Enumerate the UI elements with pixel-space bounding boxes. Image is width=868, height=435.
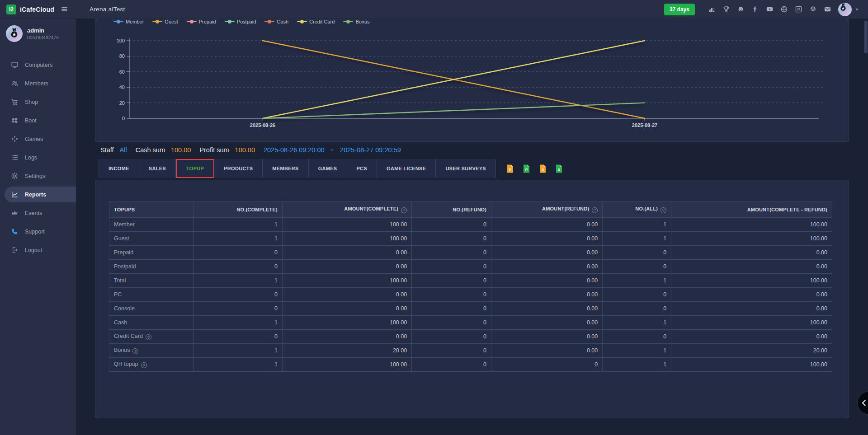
mail-icon[interactable]: [824, 5, 831, 13]
topup-line-chart: 0204060801002025-08-262025-08-27: [95, 19, 849, 141]
row-label: Credit Card?: [109, 330, 194, 344]
cart-icon: [11, 98, 19, 106]
column-header: NO.(REFUND): [412, 202, 491, 218]
row-value: 0.00: [282, 288, 411, 302]
legend-item-member[interactable]: Member: [113, 19, 144, 24]
sidebar-item-reports[interactable]: Reports: [0, 185, 76, 204]
table-row: Postpaid 00.0000.0000.00: [109, 260, 832, 274]
export-pdf-green-icon[interactable]: P: [523, 164, 530, 173]
row-label: PC: [109, 288, 194, 302]
trophy-icon[interactable]: [722, 5, 730, 13]
table-row: Cash 1100.0000.001100.00: [109, 316, 832, 330]
row-value: 1: [194, 232, 283, 246]
svg-text:0: 0: [122, 116, 125, 121]
tab-sales[interactable]: SALES: [139, 159, 176, 178]
row-value: 0: [412, 274, 491, 288]
imark-icon[interactable]: i2: [795, 5, 802, 13]
facebook-icon[interactable]: [751, 5, 759, 13]
layers-icon[interactable]: [809, 5, 817, 13]
user-avatar[interactable]: [838, 3, 852, 16]
row-value: 0.00: [491, 246, 603, 260]
legend-item-postpaid[interactable]: Postpaid: [225, 19, 256, 24]
export-pdf-orange-icon[interactable]: P: [507, 164, 514, 173]
row-label: Postpaid: [109, 260, 194, 274]
row-value: 0.00: [671, 302, 832, 316]
row-value: 0: [194, 302, 283, 316]
sidebar-item-settings[interactable]: Settings: [0, 167, 76, 185]
sidebar-item-events[interactable]: Events: [0, 204, 76, 222]
discord-icon[interactable]: [737, 5, 745, 13]
profit-sum-label: Profit sum: [199, 146, 229, 154]
tab-pcs[interactable]: PCS: [347, 159, 377, 178]
tab-user-surveys[interactable]: USER SURVEYS: [436, 159, 496, 178]
row-value: 0.00: [491, 344, 603, 358]
row-value: 0: [412, 218, 491, 232]
license-days-badge[interactable]: 37 days: [664, 4, 695, 15]
vertical-scrollbar[interactable]: [864, 21, 868, 53]
windows-icon: [11, 117, 19, 124]
ranking-icon[interactable]: [708, 5, 716, 13]
legend-label: Postpaid: [237, 19, 256, 24]
sidebar-item-label: Events: [25, 210, 42, 216]
row-value: 100.00: [282, 274, 411, 288]
user-id: 005193482475: [27, 35, 59, 40]
legend-item-cash[interactable]: Cash: [264, 19, 288, 24]
date-from[interactable]: 2025-08-26 09:20:00: [264, 146, 325, 154]
svg-text:2025-08-27: 2025-08-27: [632, 122, 657, 128]
export-xls-orange-icon[interactable]: X: [539, 164, 546, 173]
help-icon[interactable]: ?: [592, 207, 598, 213]
staff-label: Staff: [100, 146, 114, 154]
row-value: 0.00: [671, 260, 832, 274]
logout-icon: [11, 246, 19, 254]
sidebar-item-computers[interactable]: Computers: [0, 56, 76, 74]
row-value: 0: [194, 288, 283, 302]
export-xls-green-icon[interactable]: X: [556, 164, 562, 173]
help-icon[interactable]: ?: [141, 362, 147, 368]
hamburger-menu-icon[interactable]: [61, 5, 68, 13]
legend-item-guest[interactable]: Guest: [152, 19, 178, 24]
help-icon[interactable]: ?: [146, 334, 151, 340]
row-value: 0: [603, 288, 671, 302]
tab-games[interactable]: GAMES: [309, 159, 347, 178]
tab-income[interactable]: INCOME: [99, 159, 139, 178]
sidebar-item-label: Support: [25, 229, 45, 235]
sidebar-item-label: Members: [25, 80, 48, 87]
youtube-icon[interactable]: [766, 5, 774, 13]
tab-game-license[interactable]: GAME LICENSE: [377, 159, 436, 178]
sidebar-item-games[interactable]: Games: [0, 130, 76, 148]
sidebar-item-logout[interactable]: Logout: [0, 241, 76, 259]
legend-item-bonus[interactable]: Bonus: [343, 19, 369, 24]
row-value: 0: [194, 260, 283, 274]
sidebar-item-boot[interactable]: Boot: [0, 111, 76, 130]
row-value: 1: [603, 232, 671, 246]
sidebar-avatar: [6, 25, 23, 42]
report-tabbar: INCOMESALESTOPUPPRODUCTSMEMBERSGAMESPCSG…: [99, 159, 562, 178]
sidebar-item-logs[interactable]: Logs: [0, 148, 76, 167]
chevron-down-icon[interactable]: ▾: [856, 7, 858, 12]
legend-item-credit-card[interactable]: Credit Card: [297, 19, 335, 24]
sidebar-item-members[interactable]: Members: [0, 74, 76, 93]
help-icon[interactable]: ?: [401, 207, 407, 213]
legend-item-prepaid[interactable]: Prepaid: [187, 19, 216, 24]
tab-members[interactable]: MEMBERS: [263, 159, 308, 178]
row-value: 0.00: [491, 330, 603, 344]
staff-filter-value[interactable]: All: [120, 146, 127, 154]
table-row: QR topup? 1100.00001100.00: [109, 358, 832, 372]
legend-swatch: [152, 21, 162, 22]
top-navbar: i2 iCafeCloud Arena aiTest 37 days i2 ▾: [0, 0, 868, 19]
date-to[interactable]: 2025-08-27 09:20:59: [340, 146, 401, 154]
navbar-actions: 37 days i2 ▾: [664, 3, 868, 16]
phone-icon: [11, 228, 19, 235]
help-icon[interactable]: ?: [132, 348, 138, 354]
row-value: 0: [194, 246, 283, 260]
tab-products[interactable]: PRODUCTS: [214, 159, 263, 178]
tab-topup[interactable]: TOPUP: [176, 159, 214, 178]
sidebar-item-shop[interactable]: Shop: [0, 93, 76, 111]
globe-icon[interactable]: [780, 5, 788, 13]
table-row: Bonus? 120.0000.00120.00: [109, 344, 832, 358]
sidebar-item-support[interactable]: Support: [0, 222, 76, 241]
sidebar-user-block[interactable]: admin 005193482475: [0, 19, 76, 48]
help-icon[interactable]: ?: [660, 207, 666, 213]
row-value: 100.00: [671, 316, 832, 330]
column-header: AMOUNT(REFUND)?: [491, 202, 603, 218]
